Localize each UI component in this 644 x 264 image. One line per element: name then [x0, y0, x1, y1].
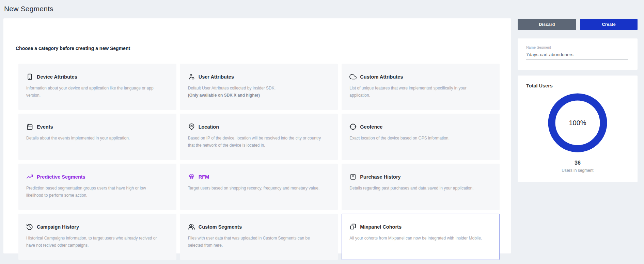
category-title: Custom Segments: [199, 224, 242, 230]
panel-heading: Choose a category before creating a new …: [16, 46, 130, 51]
category-title: Campaign History: [37, 224, 79, 230]
category-description: All your cohorts from Mixpanel can now b…: [349, 235, 486, 242]
category-title: Custom Attributes: [360, 74, 403, 80]
category-description: List of unique features that were implem…: [349, 85, 486, 99]
page-title: New Segments: [4, 5, 53, 13]
category-title: Location: [199, 124, 219, 130]
name-segment-card: Name Segment: [518, 38, 638, 70]
shopping-bag-icon: [349, 173, 357, 180]
map-pin-icon: [188, 123, 195, 130]
category-card-location[interactable]: Location Based on IP of the device, loca…: [180, 114, 338, 160]
users-caption: Users in segment: [518, 168, 638, 173]
category-title: Events: [37, 124, 53, 130]
users-icon: [188, 223, 195, 230]
category-card-predictive-segments[interactable]: Predictive Segments Prediction based seg…: [18, 164, 176, 210]
category-card-geofence[interactable]: Geofence Exact location of the device ba…: [342, 114, 500, 160]
category-description: Default User Attributes collected by Ins…: [188, 85, 325, 92]
venn-icon: [188, 173, 195, 180]
category-card-user-attributes[interactable]: User Attributes Default User Attributes …: [180, 64, 338, 110]
calendar-icon: [26, 123, 33, 130]
cloud-icon: [349, 73, 357, 80]
category-card-rfm[interactable]: RFM Target users based on shopping recen…: [180, 164, 338, 210]
category-card-device-attributes[interactable]: Device Attributes Information about your…: [18, 64, 176, 110]
category-description: Based on IP of the device, location will…: [188, 135, 325, 149]
discard-button[interactable]: Discard: [518, 19, 576, 30]
category-description: Exact location of the device based on GP…: [349, 135, 486, 142]
category-description: Details regarding past purchases and dat…: [349, 185, 486, 192]
total-users-card: Total Users 100% 36 Users in segment: [518, 76, 638, 182]
user-badge-icon: [188, 73, 195, 80]
history-icon: [26, 223, 33, 230]
total-users-donut: 100%: [545, 90, 610, 155]
tablet-icon: [26, 73, 33, 80]
category-description: Information about your device and applic…: [26, 85, 163, 99]
category-title: Mixpanel Cohorts: [360, 224, 402, 230]
create-button[interactable]: Create: [580, 19, 638, 30]
category-description: Details about the events implemented in …: [26, 135, 163, 142]
crosshair-icon: [349, 123, 357, 130]
category-title: Device Attributes: [37, 74, 77, 80]
category-title: Geofence: [360, 124, 382, 130]
category-title: Purchase History: [360, 174, 400, 180]
category-description: Files with user data that was uploaded i…: [188, 235, 325, 249]
category-title: Predictive Segments: [37, 174, 85, 180]
total-users-title: Total Users: [526, 83, 553, 88]
category-card-events[interactable]: Events Details about the events implemen…: [18, 114, 176, 160]
category-card-custom-segments[interactable]: Custom Segments Files with user data tha…: [180, 214, 338, 260]
name-segment-label: Name Segment: [526, 45, 629, 49]
category-description: Historical Campaigns information, to tar…: [26, 235, 163, 249]
name-segment-input[interactable]: [526, 52, 628, 60]
category-description: Prediction based segmentation groups use…: [26, 185, 163, 199]
category-card-campaign-history[interactable]: Campaign History Historical Campaigns in…: [18, 214, 176, 260]
category-panel: Choose a category before creating a new …: [3, 18, 511, 253]
trending-up-icon: [26, 173, 33, 180]
category-title: User Attributes: [199, 74, 234, 80]
category-card-mixpanel-cohorts[interactable]: Mixpanel Cohorts All your cohorts from M…: [342, 214, 500, 260]
category-card-purchase-history[interactable]: Purchase History Details regarding past …: [342, 164, 500, 210]
category-description-note: (Only available on SDK X and higher): [188, 92, 325, 99]
category-grid: Device Attributes Information about your…: [18, 64, 500, 260]
overlap-squares-icon: [349, 223, 357, 230]
donut-percent-label: 100%: [545, 90, 610, 155]
users-count: 36: [518, 160, 638, 166]
category-description: Target users based on shopping recency, …: [188, 185, 325, 192]
category-title: RFM: [199, 174, 209, 180]
category-card-custom-attributes[interactable]: Custom Attributes List of unique feature…: [342, 64, 500, 110]
